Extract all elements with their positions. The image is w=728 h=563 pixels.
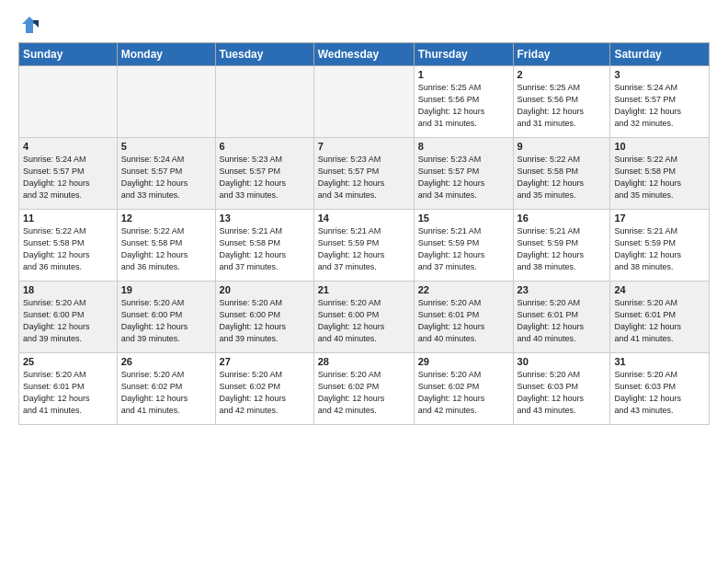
day-info: Sunrise: 5:25 AM Sunset: 5:56 PM Dayligh… bbox=[518, 82, 607, 130]
day-number: 5 bbox=[121, 141, 211, 152]
calendar-cell: 30Sunrise: 5:20 AM Sunset: 6:03 PM Dayli… bbox=[513, 353, 610, 425]
day-info: Sunrise: 5:22 AM Sunset: 5:58 PM Dayligh… bbox=[121, 225, 211, 273]
day-number: 4 bbox=[23, 141, 113, 152]
day-info: Sunrise: 5:21 AM Sunset: 5:58 PM Dayligh… bbox=[220, 225, 310, 273]
day-info: Sunrise: 5:25 AM Sunset: 5:56 PM Dayligh… bbox=[418, 82, 509, 130]
calendar-header-row: SundayMondayTuesdayWednesdayThursdayFrid… bbox=[19, 43, 710, 66]
day-info: Sunrise: 5:20 AM Sunset: 6:00 PM Dayligh… bbox=[121, 297, 211, 345]
calendar-col-header: Saturday bbox=[610, 43, 710, 66]
calendar-cell: 31Sunrise: 5:20 AM Sunset: 6:03 PM Dayli… bbox=[610, 353, 710, 425]
calendar-cell: 7Sunrise: 5:23 AM Sunset: 5:57 PM Daylig… bbox=[313, 138, 414, 210]
calendar-cell: 28Sunrise: 5:20 AM Sunset: 6:02 PM Dayli… bbox=[313, 353, 414, 425]
day-info: Sunrise: 5:20 AM Sunset: 6:02 PM Dayligh… bbox=[418, 369, 509, 417]
calendar-cell bbox=[117, 66, 215, 138]
day-number: 13 bbox=[220, 213, 310, 224]
day-number: 19 bbox=[121, 284, 211, 295]
day-info: Sunrise: 5:24 AM Sunset: 5:57 PM Dayligh… bbox=[23, 154, 113, 201]
day-number: 14 bbox=[318, 213, 410, 224]
calendar-cell bbox=[215, 66, 313, 138]
day-number: 22 bbox=[418, 284, 509, 295]
calendar-cell bbox=[313, 66, 414, 138]
day-number: 28 bbox=[318, 356, 410, 367]
calendar-cell: 21Sunrise: 5:20 AM Sunset: 6:00 PM Dayli… bbox=[313, 282, 414, 353]
calendar-cell: 19Sunrise: 5:20 AM Sunset: 6:00 PM Dayli… bbox=[117, 282, 215, 353]
day-number: 24 bbox=[614, 284, 705, 295]
day-number: 1 bbox=[418, 69, 509, 80]
calendar-cell: 26Sunrise: 5:20 AM Sunset: 6:02 PM Dayli… bbox=[117, 353, 215, 425]
logo-icon bbox=[18, 15, 39, 35]
day-number: 17 bbox=[614, 213, 705, 224]
day-info: Sunrise: 5:22 AM Sunset: 5:58 PM Dayligh… bbox=[518, 154, 607, 201]
calendar-col-header: Thursday bbox=[414, 43, 513, 66]
calendar-cell: 24Sunrise: 5:20 AM Sunset: 6:01 PM Dayli… bbox=[610, 282, 710, 353]
svg-marker-0 bbox=[22, 17, 37, 33]
calendar-cell: 18Sunrise: 5:20 AM Sunset: 6:00 PM Dayli… bbox=[19, 282, 118, 353]
day-info: Sunrise: 5:24 AM Sunset: 5:57 PM Dayligh… bbox=[121, 154, 211, 201]
day-number: 11 bbox=[23, 213, 113, 224]
day-number: 8 bbox=[418, 141, 509, 152]
day-number: 2 bbox=[518, 69, 607, 80]
logo bbox=[18, 15, 42, 35]
calendar-cell: 29Sunrise: 5:20 AM Sunset: 6:02 PM Dayli… bbox=[414, 353, 513, 425]
day-number: 25 bbox=[23, 356, 113, 367]
calendar-cell: 12Sunrise: 5:22 AM Sunset: 5:58 PM Dayli… bbox=[117, 210, 215, 282]
day-number: 27 bbox=[220, 356, 310, 367]
day-number: 9 bbox=[518, 141, 607, 152]
day-info: Sunrise: 5:20 AM Sunset: 6:00 PM Dayligh… bbox=[318, 297, 410, 345]
day-info: Sunrise: 5:23 AM Sunset: 5:57 PM Dayligh… bbox=[220, 154, 310, 201]
day-info: Sunrise: 5:20 AM Sunset: 6:03 PM Dayligh… bbox=[518, 369, 607, 417]
calendar-cell: 15Sunrise: 5:21 AM Sunset: 5:59 PM Dayli… bbox=[414, 210, 513, 282]
calendar-cell: 6Sunrise: 5:23 AM Sunset: 5:57 PM Daylig… bbox=[215, 138, 313, 210]
day-info: Sunrise: 5:20 AM Sunset: 6:01 PM Dayligh… bbox=[23, 369, 113, 417]
day-info: Sunrise: 5:20 AM Sunset: 6:02 PM Dayligh… bbox=[121, 369, 211, 417]
day-info: Sunrise: 5:23 AM Sunset: 5:57 PM Dayligh… bbox=[418, 154, 509, 201]
day-info: Sunrise: 5:20 AM Sunset: 6:01 PM Dayligh… bbox=[518, 297, 607, 345]
day-info: Sunrise: 5:20 AM Sunset: 6:03 PM Dayligh… bbox=[614, 369, 705, 417]
calendar-cell: 14Sunrise: 5:21 AM Sunset: 5:59 PM Dayli… bbox=[313, 210, 414, 282]
day-number: 3 bbox=[614, 69, 705, 80]
calendar-week-row: 11Sunrise: 5:22 AM Sunset: 5:58 PM Dayli… bbox=[19, 210, 710, 282]
day-info: Sunrise: 5:22 AM Sunset: 5:58 PM Dayligh… bbox=[23, 225, 113, 273]
day-info: Sunrise: 5:23 AM Sunset: 5:57 PM Dayligh… bbox=[318, 154, 410, 201]
day-info: Sunrise: 5:20 AM Sunset: 6:00 PM Dayligh… bbox=[220, 297, 310, 345]
day-number: 29 bbox=[418, 356, 509, 367]
calendar-cell: 13Sunrise: 5:21 AM Sunset: 5:58 PM Dayli… bbox=[215, 210, 313, 282]
day-number: 6 bbox=[220, 141, 310, 152]
day-number: 31 bbox=[614, 356, 705, 367]
calendar-cell bbox=[19, 66, 118, 138]
calendar-week-row: 25Sunrise: 5:20 AM Sunset: 6:01 PM Dayli… bbox=[19, 353, 710, 425]
day-number: 15 bbox=[418, 213, 509, 224]
day-info: Sunrise: 5:22 AM Sunset: 5:58 PM Dayligh… bbox=[614, 154, 705, 201]
day-info: Sunrise: 5:21 AM Sunset: 5:59 PM Dayligh… bbox=[518, 225, 607, 273]
calendar-cell: 16Sunrise: 5:21 AM Sunset: 5:59 PM Dayli… bbox=[513, 210, 610, 282]
day-info: Sunrise: 5:21 AM Sunset: 5:59 PM Dayligh… bbox=[614, 225, 705, 273]
calendar-cell: 27Sunrise: 5:20 AM Sunset: 6:02 PM Dayli… bbox=[215, 353, 313, 425]
day-info: Sunrise: 5:20 AM Sunset: 6:01 PM Dayligh… bbox=[418, 297, 509, 345]
calendar-col-header: Tuesday bbox=[215, 43, 313, 66]
calendar-cell: 8Sunrise: 5:23 AM Sunset: 5:57 PM Daylig… bbox=[414, 138, 513, 210]
calendar-week-row: 4Sunrise: 5:24 AM Sunset: 5:57 PM Daylig… bbox=[19, 138, 710, 210]
day-info: Sunrise: 5:20 AM Sunset: 6:01 PM Dayligh… bbox=[614, 297, 705, 345]
calendar-cell: 2Sunrise: 5:25 AM Sunset: 5:56 PM Daylig… bbox=[513, 66, 610, 138]
day-info: Sunrise: 5:20 AM Sunset: 6:02 PM Dayligh… bbox=[220, 369, 310, 417]
calendar-col-header: Sunday bbox=[19, 43, 118, 66]
day-number: 12 bbox=[121, 213, 211, 224]
calendar-table: SundayMondayTuesdayWednesdayThursdayFrid… bbox=[18, 42, 710, 425]
day-info: Sunrise: 5:21 AM Sunset: 5:59 PM Dayligh… bbox=[418, 225, 509, 273]
calendar-week-row: 18Sunrise: 5:20 AM Sunset: 6:00 PM Dayli… bbox=[19, 282, 710, 353]
day-info: Sunrise: 5:20 AM Sunset: 6:00 PM Dayligh… bbox=[23, 297, 113, 345]
calendar-cell: 20Sunrise: 5:20 AM Sunset: 6:00 PM Dayli… bbox=[215, 282, 313, 353]
day-number: 10 bbox=[614, 141, 705, 152]
calendar-col-header: Monday bbox=[117, 43, 215, 66]
calendar-col-header: Wednesday bbox=[313, 43, 414, 66]
day-info: Sunrise: 5:20 AM Sunset: 6:02 PM Dayligh… bbox=[318, 369, 410, 417]
calendar-cell: 23Sunrise: 5:20 AM Sunset: 6:01 PM Dayli… bbox=[513, 282, 610, 353]
day-info: Sunrise: 5:24 AM Sunset: 5:57 PM Dayligh… bbox=[614, 82, 705, 130]
day-info: Sunrise: 5:21 AM Sunset: 5:59 PM Dayligh… bbox=[318, 225, 410, 273]
calendar-cell: 22Sunrise: 5:20 AM Sunset: 6:01 PM Dayli… bbox=[414, 282, 513, 353]
day-number: 23 bbox=[518, 284, 607, 295]
day-number: 20 bbox=[220, 284, 310, 295]
calendar-cell: 17Sunrise: 5:21 AM Sunset: 5:59 PM Dayli… bbox=[610, 210, 710, 282]
calendar-cell: 9Sunrise: 5:22 AM Sunset: 5:58 PM Daylig… bbox=[513, 138, 610, 210]
calendar-cell: 25Sunrise: 5:20 AM Sunset: 6:01 PM Dayli… bbox=[19, 353, 118, 425]
